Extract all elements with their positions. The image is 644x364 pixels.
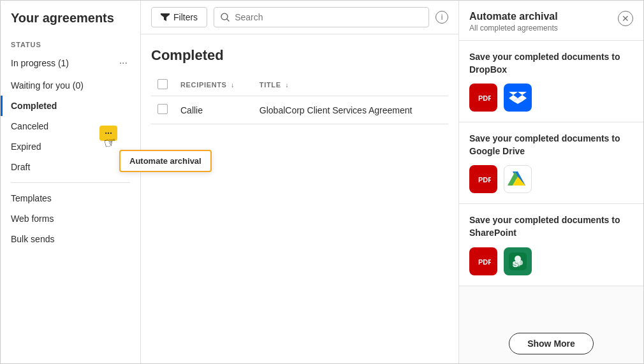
sidebar-item-completed[interactable]: Completed: [1, 96, 140, 116]
sidebar-item-waiting[interactable]: Waiting for you (0): [1, 75, 140, 96]
automate-dots: ···: [105, 128, 112, 138]
archive-card-gdrive: Save your completed documents to Google …: [459, 122, 643, 204]
gdrive-icon-svg: [508, 170, 528, 188]
dropbox-icon[interactable]: [504, 84, 532, 112]
dropbox-icon-svg: [509, 90, 527, 105]
right-panel-header: Automate archival All completed agreemen…: [459, 1, 643, 41]
close-button[interactable]: ✕: [618, 11, 633, 26]
archive-card-dropbox: Save your completed documents to DropBox…: [459, 41, 643, 122]
adobe-icon-svg-2: PDF: [476, 171, 491, 187]
right-panel-body: Save your completed documents to DropBox…: [459, 41, 643, 324]
app-container: Your agreements STATUS In progress (1) ·…: [0, 0, 644, 364]
svg-text:PDF: PDF: [478, 258, 491, 266]
sidebar-divider: [11, 182, 130, 183]
info-icon[interactable]: i: [435, 11, 448, 24]
recipients-column-header: RECIPIENTS ↓: [174, 74, 253, 96]
adobe-pdf-icon-3[interactable]: PDF: [469, 247, 497, 275]
table-row: Callie GlobalCorp Client Services Agreem…: [151, 96, 448, 124]
sidebar: Your agreements STATUS In progress (1) ·…: [1, 1, 141, 363]
sidebar-item-label: Completed: [11, 101, 130, 111]
section-title: Completed: [151, 47, 448, 64]
table-header-row: RECIPIENTS ↓ TITLE ↓: [151, 74, 448, 96]
archive-card-sharepoint: Save your completed documents to SharePo…: [459, 204, 643, 286]
filter-button[interactable]: Filters: [151, 7, 207, 27]
search-input[interactable]: [235, 12, 422, 22]
select-all-checkbox[interactable]: [157, 79, 168, 89]
svg-text:PDF: PDF: [478, 94, 491, 102]
svg-text:PDF: PDF: [478, 176, 491, 184]
sidebar-item-templates[interactable]: Templates: [1, 188, 140, 208]
filter-icon: [161, 13, 170, 21]
archive-card-icons: PDF S: [469, 247, 633, 275]
sidebar-item-label: Web forms: [11, 214, 130, 224]
sidebar-item-web-forms[interactable]: Web forms: [1, 208, 140, 229]
sidebar-item-label: Waiting for you (0): [11, 80, 130, 91]
sidebar-item-in-progress[interactable]: In progress (1) ···: [1, 51, 140, 75]
sidebar-item-bulk-sends[interactable]: Bulk sends: [1, 229, 140, 249]
sidebar-item-menu-dots[interactable]: ···: [117, 56, 130, 70]
tooltip-popup: Automate archival: [119, 150, 212, 172]
filter-label: Filters: [173, 12, 198, 22]
sharepoint-icon[interactable]: S: [504, 247, 532, 275]
agreements-table: RECIPIENTS ↓ TITLE ↓ Calli: [151, 74, 448, 124]
main-header: Filters i: [141, 1, 458, 34]
archive-card-title: Save your completed documents to Google …: [469, 133, 633, 157]
right-panel-title-block: Automate archival All completed agreemen…: [469, 11, 558, 33]
sidebar-item-label: In progress (1): [11, 58, 117, 68]
right-panel-title: Automate archival: [469, 11, 558, 22]
right-panel: Automate archival All completed agreemen…: [458, 1, 643, 363]
tooltip-label: Automate archival: [129, 156, 201, 166]
sidebar-title: Your agreements: [1, 11, 140, 36]
sharepoint-icon-svg: S: [509, 252, 527, 270]
sidebar-item-label: Bulk sends: [11, 234, 130, 244]
adobe-pdf-icon[interactable]: PDF: [469, 84, 497, 112]
sidebar-item-label: Templates: [11, 193, 130, 203]
adobe-icon-svg-3: PDF: [476, 254, 491, 269]
archive-card-title: Save your completed documents to SharePo…: [469, 214, 633, 239]
svg-line-1: [227, 19, 229, 21]
search-icon: [221, 13, 230, 22]
main-body: Completed RECIPIENTS ↓ TITLE ↓: [141, 34, 458, 363]
row-checkbox[interactable]: [157, 104, 168, 114]
title-sort-arrow[interactable]: ↓: [285, 82, 289, 89]
title-cell: GlobalCorp Client Services Agreement: [253, 96, 448, 124]
title-column-header: TITLE ↓: [253, 74, 448, 96]
header-checkbox-cell: [151, 74, 174, 96]
svg-text:S: S: [513, 259, 518, 269]
gdrive-icon[interactable]: [504, 165, 532, 193]
show-more-button[interactable]: Show More: [509, 333, 594, 354]
right-panel-subtitle: All completed agreements: [469, 24, 558, 33]
main-content: Filters i Completed: [141, 1, 458, 363]
sidebar-item-label: Expired: [11, 142, 130, 152]
status-section-label: STATUS: [1, 36, 140, 51]
archive-card-title: Save your completed documents to DropBox: [469, 51, 633, 76]
sidebar-item-label: Draft: [11, 162, 130, 172]
archive-card-icons: PDF: [469, 165, 633, 193]
adobe-pdf-icon-2[interactable]: PDF: [469, 165, 497, 193]
archive-card-icons: PDF: [469, 84, 633, 112]
automate-archival-button[interactable]: ···: [99, 126, 117, 141]
recipient-cell: Callie: [174, 96, 253, 124]
right-panel-footer: Show More: [459, 324, 643, 363]
search-bar: [214, 7, 429, 27]
recipients-sort-arrow[interactable]: ↓: [231, 82, 235, 89]
row-checkbox-cell: [151, 96, 174, 124]
adobe-icon-svg: PDF: [476, 90, 491, 105]
sidebar-item-canceled[interactable]: Canceled: [1, 116, 140, 136]
